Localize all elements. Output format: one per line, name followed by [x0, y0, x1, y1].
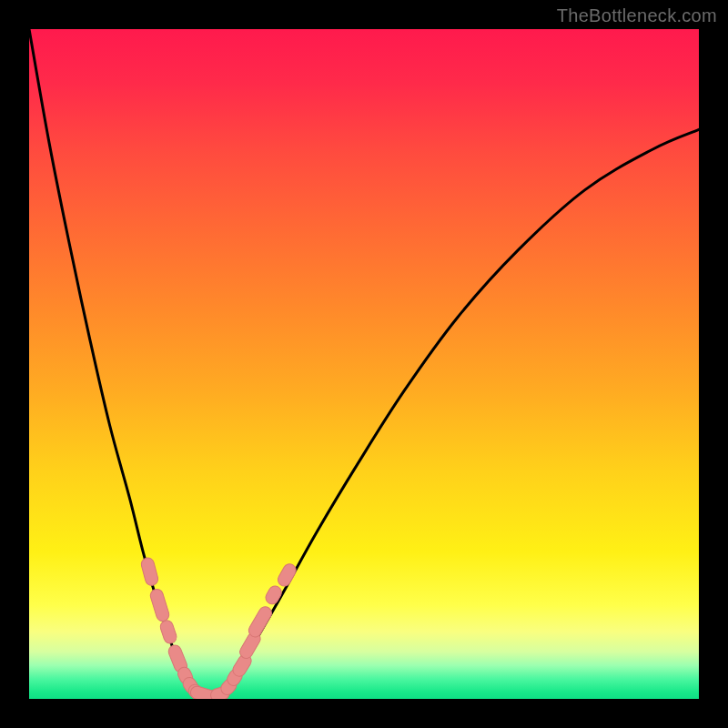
data-marker [247, 604, 274, 639]
curve-layer [29, 29, 699, 696]
data-marker [276, 561, 298, 588]
data-marker [158, 619, 177, 645]
plot-area [29, 29, 699, 699]
bottleneck-curve [29, 29, 699, 696]
data-marker [149, 588, 171, 623]
watermark-text: TheBottleneck.com [557, 5, 717, 26]
data-marker [140, 556, 159, 586]
data-marker [263, 584, 283, 607]
marker-layer [140, 556, 298, 699]
chart-frame: TheBottleneck.com [0, 0, 728, 728]
chart-svg [29, 29, 699, 699]
